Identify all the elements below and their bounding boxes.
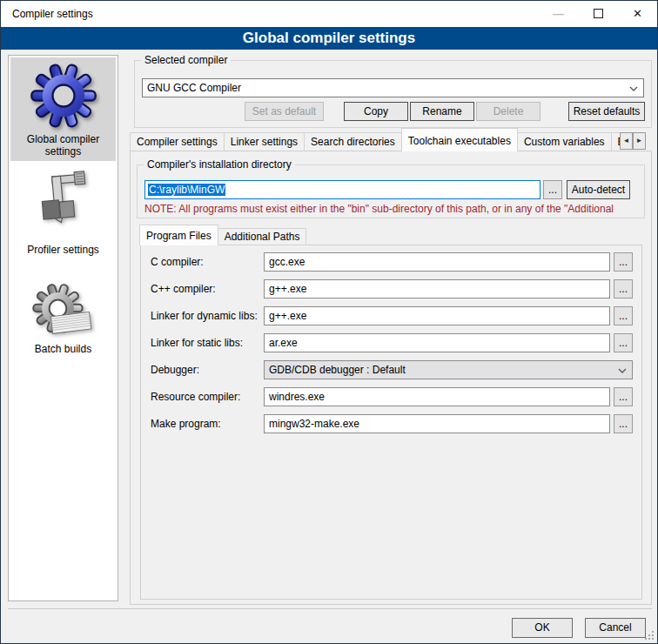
resource-compiler-row: Resource compiler: ... [1,387,658,406]
subtab-additional-paths[interactable]: Additional Paths [218,228,307,245]
tab-linker-settings[interactable]: Linker settings [225,132,305,151]
minimize-button[interactable]: — [539,1,578,26]
cpp-compiler-label: C++ compiler: [151,279,262,299]
debugger-row: Debugger: GDB/CDB debugger : Default [1,360,658,379]
delete-button[interactable]: Delete [476,102,540,121]
compiler-settings-window: Compiler settings — ✕ Global compiler se… [0,0,658,644]
reset-defaults-button[interactable]: Reset defaults [568,102,645,121]
compiler-combobox-value: GNU GCC Compiler [147,82,241,94]
window-title: Compiler settings [12,1,93,27]
browse-button[interactable]: ... [614,252,633,272]
cpp-compiler-row: C++ compiler: ... [1,279,658,299]
browse-button[interactable]: ... [614,414,633,433]
tab-search-directories[interactable]: Search directories [305,132,402,151]
set-as-default-button[interactable]: Set as default [245,102,324,121]
close-button[interactable]: ✕ [618,1,657,26]
browse-button[interactable]: ... [614,387,633,406]
tab-scroll-left-button[interactable]: ◄ [620,132,633,150]
static-linker-label: Linker for static libs: [151,333,262,352]
rename-button[interactable]: Rename [410,102,474,121]
tab-custom-variables[interactable]: Custom variables [518,132,612,151]
dynamic-linker-input[interactable] [264,306,610,325]
sidebar-item-profiler-settings[interactable]: Profiler settings [10,165,116,256]
subtab-program-files[interactable]: Program Files [139,225,218,245]
cancel-button[interactable]: Cancel [585,618,646,638]
footer-separator [8,608,652,609]
settings-tab-strip: Compiler settings Linker settings Search… [130,128,620,151]
debugger-combobox-value: GDB/CDB debugger : Default [269,364,406,376]
resource-compiler-input[interactable] [264,387,610,406]
settings-category-sidebar: Global compiler settings Profiler settin… [8,55,118,601]
debugger-combobox[interactable]: GDB/CDB debugger : Default [264,360,633,379]
browse-directory-button[interactable]: ... [543,180,562,199]
tab-scroll-right-button[interactable]: ► [633,132,646,150]
chevron-down-icon [618,368,627,373]
resize-grip[interactable] [644,630,655,641]
static-linker-row: Linker for static libs: ... [1,333,658,352]
note-text: NOTE: All programs must exist either in … [144,203,643,215]
maximize-icon [594,9,603,18]
chevron-down-icon [629,86,638,91]
tab-toolchain-executables[interactable]: Toolchain executables [401,128,518,151]
blue-gear-icon [30,62,97,130]
make-program-input[interactable] [264,414,610,433]
group-label: Compiler's installation directory [144,158,295,171]
resource-compiler-label: Resource compiler: [151,387,262,406]
debugger-label: Debugger: [151,360,262,379]
dynamic-linker-label: Linker for dynamic libs: [151,306,262,325]
make-program-row: Make program: ... [1,414,658,433]
tab-build-options-clipped[interactable]: Builc [612,132,620,151]
copy-button[interactable]: Copy [344,102,408,121]
selected-text: C:\raylib\MinGW [148,184,225,196]
c-compiler-label: C compiler: [151,252,262,272]
browse-button[interactable]: ... [614,279,633,299]
c-compiler-row: C compiler: ... [1,252,658,272]
sidebar-item-global-compiler-settings[interactable]: Global compiler settings [10,57,116,161]
caliper-icon [30,167,97,240]
installation-dir-input[interactable]: C:\raylib\MinGW [144,180,540,199]
group-label: Selected compiler [141,54,231,67]
static-linker-input[interactable] [264,333,610,352]
compiler-combobox[interactable]: GNU GCC Compiler [142,78,644,97]
dialog-banner: Global compiler settings [1,27,657,50]
c-compiler-input[interactable] [264,252,610,272]
sidebar-item-label: Global compiler settings [10,133,116,158]
make-program-label: Make program: [151,414,262,433]
tab-compiler-settings[interactable]: Compiler settings [130,132,225,151]
dynamic-linker-row: Linker for dynamic libs: ... [1,306,658,325]
browse-button[interactable]: ... [614,306,633,325]
ok-button[interactable]: OK [512,618,573,638]
cpp-compiler-input[interactable] [264,279,610,299]
browse-button[interactable]: ... [614,333,633,352]
maximize-button[interactable] [579,1,618,26]
titlebar[interactable]: Compiler settings — ✕ [1,1,657,27]
executables-subtab-strip: Program Files Additional Paths [140,225,306,245]
auto-detect-button[interactable]: Auto-detect [567,180,630,199]
